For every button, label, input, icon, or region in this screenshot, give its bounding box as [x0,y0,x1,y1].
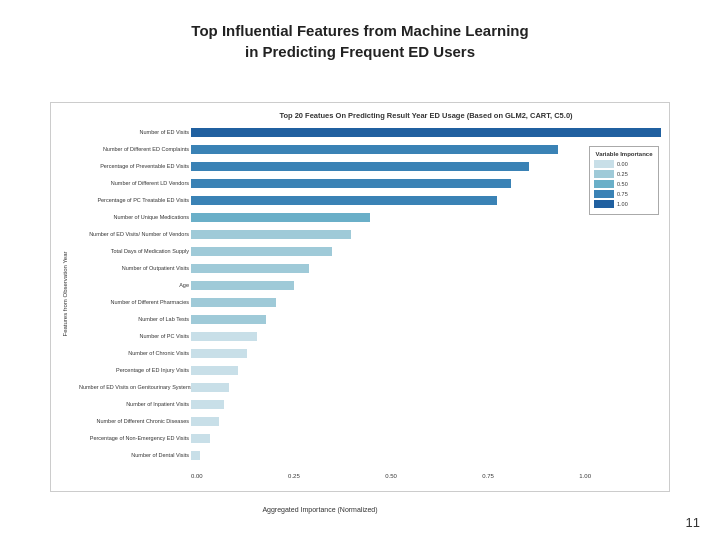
bar [191,230,351,239]
bar [191,434,210,443]
bar [191,247,332,256]
bar-label: Number of Different Pharmacies [79,299,189,305]
bar-label: Number of PC Visits [79,333,189,339]
bar-row: Number of PC Visits [191,330,661,342]
legend-box: Variable Importance 0.000.250.500.751.00 [589,146,659,215]
title-line2: in Predicting Frequent ED Users [245,43,475,60]
bar-label: Number of ED Visits/ Number of Vendors [79,231,189,237]
bar-label: Number of Dental Visits [79,452,189,458]
bar-label: Number of Different LD Vendors [79,180,189,186]
bar [191,417,219,426]
bar-row: Age [191,279,661,291]
bar [191,196,497,205]
legend-title: Variable Importance [594,151,654,157]
bar-label: Age [79,282,189,288]
bar-row: Number of Different Pharmacies [191,296,661,308]
legend-item: 0.75 [594,190,654,198]
bar-label: Number of Unique Medications [79,214,189,220]
slide-title: Top Influential Features from Machine Le… [191,20,528,62]
bar [191,400,224,409]
bar [191,298,276,307]
bar-row: Percentage of Non-Emergency ED Visits [191,432,661,444]
bar-label: Number of Inpatient Visits [79,401,189,407]
legend-item: 0.50 [594,180,654,188]
bar-label: Number of ED Visits on Genitourinary Sys… [79,384,189,390]
bar [191,281,294,290]
page-number: 11 [686,515,700,530]
chart-title: Top 20 Featues On Predicting Result Year… [191,111,661,120]
bar [191,315,266,324]
bar-label: Percentage of Non-Emergency ED Visits [79,435,189,441]
bar-row: Total Days of Medication Supply [191,245,661,257]
y-axis-label: Features from Observation Year [56,126,74,461]
bar [191,383,229,392]
bar [191,264,309,273]
chart-container: Top 20 Featues On Predicting Result Year… [50,102,670,492]
bar-label: Number of Different ED Complaints [79,146,189,152]
bar-row: Number of Outpatient Visits [191,262,661,274]
bar [191,349,247,358]
bar [191,366,238,375]
bar [191,162,529,171]
chart-body: Features from Observation Year Number of… [191,126,661,461]
bar-row: Number of Different Chronic Diseases [191,415,661,427]
bar-row: Number of ED Visits on Genitourinary Sys… [191,381,661,393]
bar-label: Percentage of ED Injury Visits [79,367,189,373]
bar-row: Number of ED Visits [191,126,661,138]
bar-row: Number of ED Visits/ Number of Vendors [191,228,661,240]
bar-label: Number of ED Visits [79,129,189,135]
bar-label: Total Days of Medication Supply [79,248,189,254]
page-container: Top Influential Features from Machine Le… [0,0,720,540]
bar [191,213,370,222]
bar-label: Number of Different Chronic Diseases [79,418,189,424]
bar-row: Number of Dental Visits [191,449,661,461]
bar [191,332,257,341]
bar-row: Number of Lab Tests [191,313,661,325]
bar [191,128,661,137]
legend-item: 0.25 [594,170,654,178]
bar-row: Number of Chronic Visits [191,347,661,359]
bar [191,179,511,188]
x-axis-label: Aggregated Importance (Normalized) [51,506,589,513]
legend-item: 0.00 [594,160,654,168]
chart-wrapper: Top 20 Featues On Predicting Result Year… [40,74,680,520]
bar-label: Percentage of Preventable ED Visits [79,163,189,169]
bar-label: Number of Lab Tests [79,316,189,322]
bar [191,451,200,460]
bar-label: Number of Chronic Visits [79,350,189,356]
title-line1: Top Influential Features from Machine Le… [191,22,528,39]
bar-label: Percentage of PC Treatable ED Visits [79,197,189,203]
bar [191,145,558,154]
bar-row: Percentage of ED Injury Visits [191,364,661,376]
legend-item: 1.00 [594,200,654,208]
bar-label: Number of Outpatient Visits [79,265,189,271]
bar-row: Number of Inpatient Visits [191,398,661,410]
